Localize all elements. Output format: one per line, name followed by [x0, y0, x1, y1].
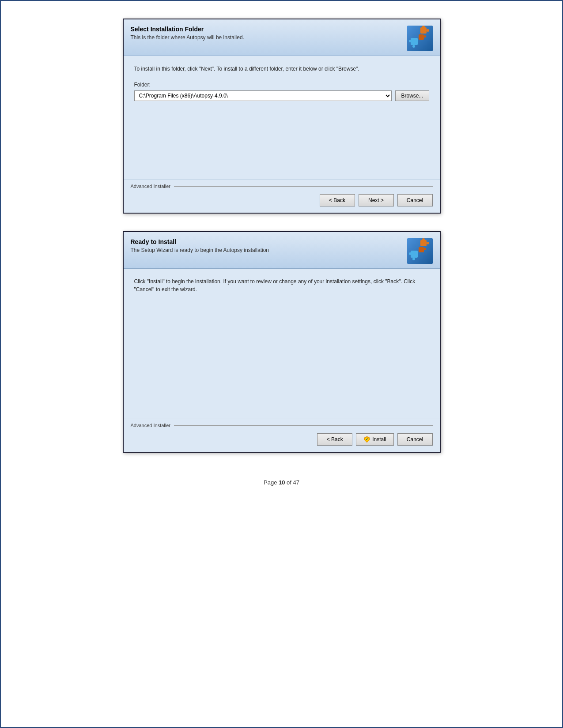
- page-total: 47: [293, 479, 299, 486]
- dialog1-next-button[interactable]: Next >: [359, 194, 394, 206]
- page-current: 10: [279, 479, 285, 486]
- dialog2-header-text: Ready to Install The Setup Wizard is rea…: [131, 238, 407, 253]
- dialog1-back-button[interactable]: < Back: [320, 194, 355, 206]
- svg-rect-8: [424, 35, 426, 38]
- dialog-select-folder: Select Installation Folder This is the f…: [123, 19, 441, 214]
- svg-rect-14: [409, 252, 412, 255]
- dialog2-header: Ready to Install The Setup Wizard is rea…: [124, 232, 440, 269]
- dialog2-title: Ready to Install: [131, 238, 407, 245]
- page-wrapper: Select Installation Folder This is the f…: [36, 19, 527, 486]
- folder-label: Folder:: [134, 82, 429, 88]
- svg-rect-6: [412, 45, 415, 48]
- svg-rect-15: [412, 258, 415, 260]
- dialog-ready-to-install: Ready to Install The Setup Wizard is rea…: [123, 231, 441, 453]
- svg-rect-11: [422, 238, 425, 241]
- dialog1-footer: Advanced Installer < Back Next > Cancel: [124, 180, 440, 213]
- dialog1-footer-buttons: < Back Next > Cancel: [131, 192, 433, 209]
- dialog2-back-button[interactable]: < Back: [317, 433, 352, 446]
- dialog1-title: Select Installation Folder: [131, 26, 407, 33]
- dialog2-body: Click "Install" to begin the installatio…: [124, 269, 440, 419]
- browse-button[interactable]: Browse...: [395, 90, 429, 101]
- dialog1-header-text: Select Installation Folder This is the f…: [131, 26, 407, 41]
- dialog2-footer: Advanced Installer < Back ✓ Install Canc…: [124, 419, 440, 452]
- dialog1-advanced-row: Advanced Installer: [131, 184, 433, 189]
- dialog2-icon: [407, 238, 433, 264]
- svg-rect-10: [420, 240, 427, 246]
- dialog2-cancel-button[interactable]: Cancel: [397, 433, 433, 446]
- svg-rect-4: [411, 38, 418, 45]
- page-footer-text: Page: [264, 479, 279, 486]
- dialog1-advanced-label: Advanced Installer: [131, 184, 171, 189]
- svg-rect-7: [419, 34, 424, 40]
- svg-rect-3: [427, 29, 429, 32]
- svg-rect-17: [424, 248, 426, 250]
- page-footer: Page 10 of 47: [264, 479, 299, 486]
- dialog2-separator-line: [174, 425, 433, 426]
- dialog1-body: To install in this folder, click "Next".…: [124, 56, 440, 180]
- svg-rect-12: [427, 242, 429, 244]
- dialog1-separator-line: [174, 186, 433, 187]
- page-footer-of: of: [285, 479, 293, 486]
- svg-rect-16: [419, 247, 424, 252]
- dialog1-body-text: To install in this folder, click "Next".…: [134, 65, 429, 73]
- dialog2-advanced-row: Advanced Installer: [131, 423, 433, 428]
- folder-row: C:\Program Files (x86)\Autopsy-4.9.0\ Br…: [134, 90, 429, 101]
- svg-text:✓: ✓: [366, 438, 368, 441]
- dialog2-footer-buttons: < Back ✓ Install Cancel: [131, 432, 433, 448]
- install-shield-icon: ✓: [363, 436, 370, 443]
- dialog1-subtitle: This is the folder where Autopsy will be…: [131, 34, 407, 41]
- dialog2-advanced-label: Advanced Installer: [131, 423, 171, 428]
- dialog1-cancel-button[interactable]: Cancel: [397, 194, 433, 206]
- svg-rect-1: [420, 27, 427, 34]
- dialog1-header: Select Installation Folder This is the f…: [124, 19, 440, 56]
- dialog2-subtitle: The Setup Wizard is ready to begin the A…: [131, 247, 407, 253]
- dialog2-install-button[interactable]: ✓ Install: [356, 433, 393, 446]
- dialog1-icon: [407, 26, 433, 51]
- svg-rect-13: [411, 251, 418, 258]
- dialog2-body-text: Click "Install" to begin the installatio…: [134, 278, 429, 293]
- svg-rect-5: [409, 40, 412, 42]
- folder-select[interactable]: C:\Program Files (x86)\Autopsy-4.9.0\: [134, 90, 392, 101]
- svg-rect-2: [422, 26, 425, 28]
